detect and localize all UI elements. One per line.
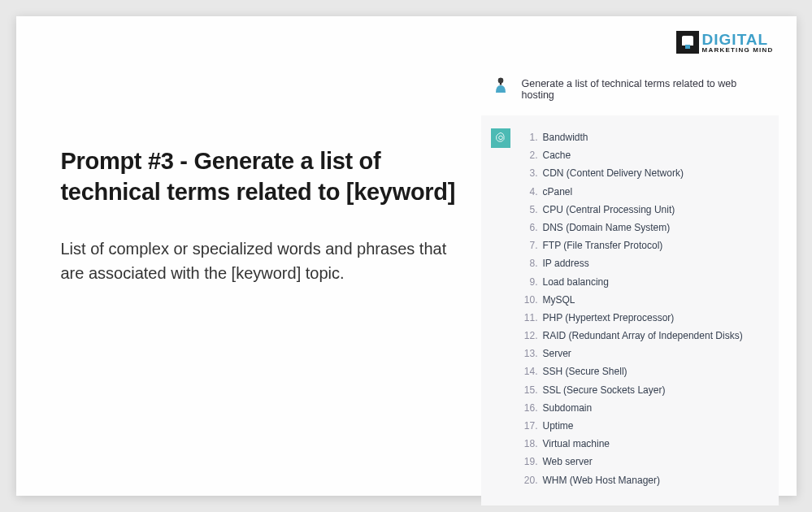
list-item: Load balancing xyxy=(522,273,769,291)
list-item: RAID (Redundant Array of Independent Dis… xyxy=(522,327,769,345)
user-message-row: Generate a list of technical terms relat… xyxy=(481,67,779,109)
list-item: CPU (Central Processing Unit) xyxy=(522,201,769,219)
list-item: DNS (Domain Name System) xyxy=(522,219,769,236)
list-item: Bandwidth xyxy=(522,128,769,146)
list-item: Subdomain xyxy=(522,399,769,417)
terms-list: BandwidthCacheCDN (Content Delivery Netw… xyxy=(522,128,769,489)
left-column: Prompt #3 - Generate a list of technical… xyxy=(16,16,481,496)
logo-main: DIGITAL xyxy=(702,32,774,47)
list-item: CDN (Content Delivery Network) xyxy=(522,164,769,182)
prompt-heading: Prompt #3 - Generate a list of technical… xyxy=(61,146,457,207)
user-avatar-icon xyxy=(491,75,510,94)
slide-card: DIGITAL MARKETING MIND Prompt #3 - Gener… xyxy=(16,16,797,496)
svg-point-2 xyxy=(497,78,502,83)
list-item: IP address xyxy=(522,254,769,272)
user-prompt-text: Generate a list of technical terms relat… xyxy=(522,75,769,101)
list-item: FTP (File Transfer Protocol) xyxy=(522,236,769,254)
prompt-description: List of complex or specialized words and… xyxy=(61,236,457,285)
list-item: SSL (Secure Sockets Layer) xyxy=(522,381,769,399)
svg-point-3 xyxy=(498,136,502,140)
brand-logo: DIGITAL MARKETING MIND xyxy=(676,31,774,54)
chat-panel: Generate a list of technical terms relat… xyxy=(481,16,797,496)
logo-text: DIGITAL MARKETING MIND xyxy=(702,32,774,54)
list-item: SSH (Secure Shell) xyxy=(522,362,769,380)
logo-icon xyxy=(676,31,699,54)
ai-response-row: BandwidthCacheCDN (Content Delivery Netw… xyxy=(481,115,779,505)
ai-avatar-icon xyxy=(491,128,510,148)
list-item: PHP (Hypertext Preprocessor) xyxy=(522,309,769,327)
list-item: Web server xyxy=(522,453,769,471)
list-item: Uptime xyxy=(522,417,769,435)
list-item: Virtual machine xyxy=(522,435,769,453)
list-item: Cache xyxy=(522,146,769,164)
list-item: Server xyxy=(522,345,769,362)
list-item: cPanel xyxy=(522,183,769,201)
logo-sub: MARKETING MIND xyxy=(702,47,774,54)
list-item: WHM (Web Host Manager) xyxy=(522,471,769,489)
list-item: MySQL xyxy=(522,291,769,309)
